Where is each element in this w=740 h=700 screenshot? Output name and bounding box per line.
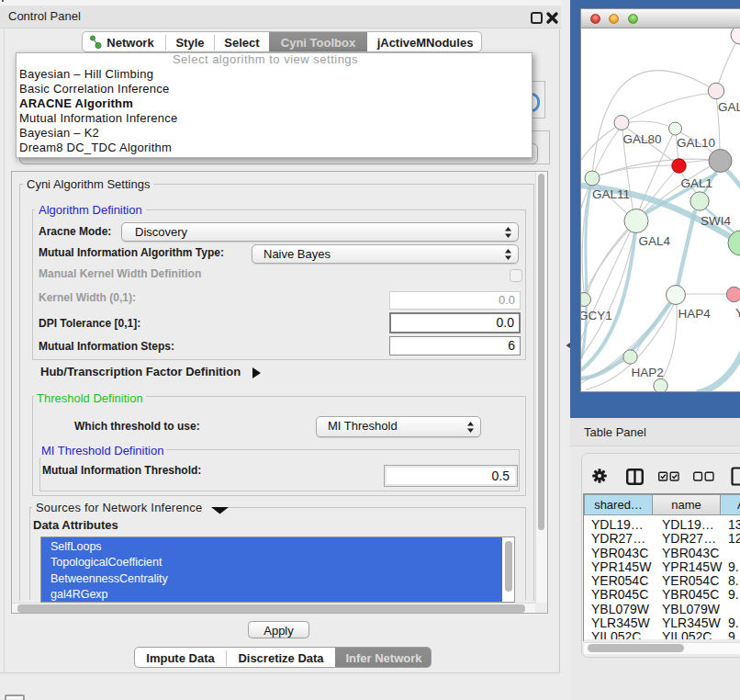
svg-text:GAL11: GAL11 bbox=[592, 187, 630, 201]
svg-text:GAL10: GAL10 bbox=[677, 136, 715, 150]
svg-text:GAL4: GAL4 bbox=[639, 234, 671, 248]
svg-text:GCY1: GCY1 bbox=[581, 309, 612, 322]
svg-text:HAP2: HAP2 bbox=[632, 366, 664, 379]
svg-text:Y: Y bbox=[735, 306, 740, 320]
svg-text:GAL1: GAL1 bbox=[681, 176, 713, 190]
svg-text:GAL80: GAL80 bbox=[623, 132, 662, 146]
svg-text:SWI4: SWI4 bbox=[701, 214, 731, 228]
svg-text:HAP4: HAP4 bbox=[678, 307, 712, 321]
svg-text:GAL7: GAL7 bbox=[718, 100, 740, 114]
